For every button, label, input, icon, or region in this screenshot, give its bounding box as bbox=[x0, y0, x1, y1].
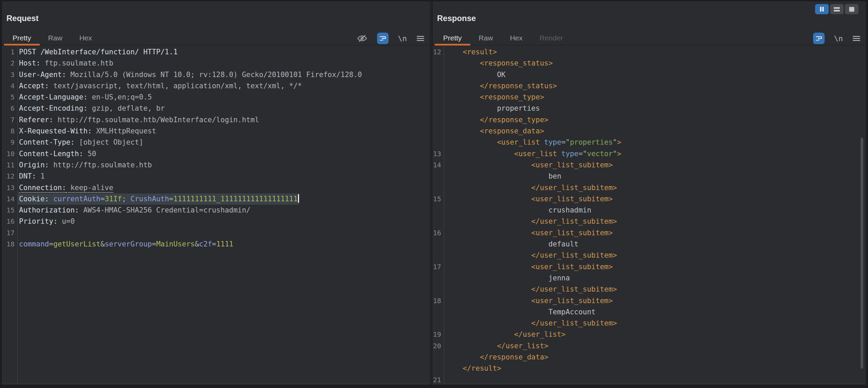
request-code-line: 5Accept-Language: en-US,en;q=0.5 bbox=[2, 92, 430, 103]
request-tab-pretty[interactable]: Pretty bbox=[4, 31, 40, 45]
response-menu-icon[interactable] bbox=[852, 35, 861, 42]
request-code-text[interactable]: Cookie: currentAuth=31If; CrushAuth=1111… bbox=[17, 193, 430, 205]
request-eye-off-icon[interactable] bbox=[357, 34, 368, 43]
response-code-line: 14 <user_list_subitem> bbox=[433, 160, 866, 171]
response-tab-hex[interactable]: Hex bbox=[501, 31, 531, 45]
line-number: 3 bbox=[2, 69, 17, 80]
line-number: 1 bbox=[2, 47, 17, 58]
request-code-text[interactable]: Referer: http://ftp.soulmate.htb/WebInte… bbox=[17, 114, 430, 126]
request-toolbar: \n bbox=[357, 31, 425, 45]
request-code-text[interactable]: Accept: text/javascript, text/html, appl… bbox=[17, 80, 430, 92]
response-code-text[interactable]: <user_list_subitem> bbox=[444, 227, 866, 239]
response-code-line: 16 <user_list_subitem> bbox=[433, 227, 866, 239]
response-newline-icon[interactable]: \n bbox=[834, 34, 843, 43]
line-number: 14 bbox=[433, 160, 444, 171]
request-tab-hex[interactable]: Hex bbox=[71, 31, 100, 45]
response-code-text[interactable]: <user_list type="vector"> bbox=[444, 148, 866, 160]
request-code-text[interactable]: Accept-Encoding: gzip, deflate, br bbox=[17, 103, 430, 114]
response-code-text[interactable]: crushadmin bbox=[444, 205, 866, 216]
response-code-text[interactable]: <response_type> bbox=[444, 92, 866, 103]
line-number: 21 bbox=[433, 374, 444, 384]
response-code-text[interactable]: <user_list_subitem> bbox=[444, 193, 866, 205]
response-code-text[interactable]: </response_data> bbox=[444, 352, 866, 363]
request-code-text[interactable]: Host: ftp.soulmate.htb bbox=[17, 58, 430, 69]
response-tab-raw[interactable]: Raw bbox=[470, 31, 501, 45]
request-code-text[interactable]: Origin: http://ftp.soulmate.htb bbox=[17, 160, 430, 171]
response-code-line: <user_list type="properties"> bbox=[433, 137, 866, 148]
line-number: 11 bbox=[2, 160, 17, 171]
layout-stacked-button[interactable] bbox=[830, 4, 844, 14]
request-code-line: 7Referer: http://ftp.soulmate.htb/WebInt… bbox=[2, 114, 430, 126]
response-code-text[interactable]: default bbox=[444, 239, 866, 250]
response-code-text[interactable]: <user_list_subitem> bbox=[444, 295, 866, 307]
response-code-text[interactable]: </user_list_subitem> bbox=[444, 250, 866, 261]
response-code-text[interactable]: ben bbox=[444, 171, 866, 182]
response-tab-pretty[interactable]: Pretty bbox=[435, 31, 470, 45]
response-code-text[interactable]: <user_list_subitem> bbox=[444, 160, 866, 171]
response-code-line: <response_type> bbox=[433, 92, 866, 103]
response-code-line: </user_list_subitem> bbox=[433, 182, 866, 193]
response-editor[interactable]: 12 <result> <response_status> OK </respo… bbox=[433, 45, 866, 384]
line-number: 18 bbox=[433, 295, 444, 307]
response-code-text[interactable]: OK bbox=[444, 69, 866, 80]
panel-divider[interactable] bbox=[431, 1, 431, 384]
request-wrap-icon[interactable] bbox=[377, 33, 389, 44]
response-code-line: crushadmin bbox=[433, 205, 866, 216]
response-tab-render: Render bbox=[531, 31, 571, 45]
request-code-text[interactable] bbox=[17, 227, 430, 239]
response-code-text[interactable]: properties bbox=[444, 103, 866, 114]
request-code-text[interactable]: X-Requested-With: XMLHttpRequest bbox=[17, 126, 430, 137]
response-code-line: 13 <user_list type="vector"> bbox=[433, 148, 866, 160]
request-code-text[interactable]: Accept-Language: en-US,en;q=0.5 bbox=[17, 92, 430, 103]
response-code-text[interactable]: <user_list_subitem> bbox=[444, 261, 866, 273]
response-code-text[interactable]: </user_list_subitem> bbox=[444, 182, 866, 193]
response-tabbar: PrettyRawHexRender bbox=[433, 31, 866, 45]
request-code-text[interactable]: User-Agent: Mozilla/5.0 (Windows NT 10.0… bbox=[17, 69, 430, 80]
response-code-text[interactable]: </result> bbox=[444, 363, 866, 374]
request-code-line: 16Priority: u=0 bbox=[2, 216, 430, 227]
request-editor[interactable]: 1POST /WebInterface/function/ HTTP/1.12H… bbox=[2, 45, 430, 384]
layout-single-button[interactable] bbox=[845, 4, 859, 14]
response-code-text[interactable]: </user_list_subitem> bbox=[444, 216, 866, 227]
request-code-text[interactable]: command=getUserList&serverGroup=MainUser… bbox=[17, 239, 430, 250]
response-code-text[interactable]: </user_list_subitem> bbox=[444, 284, 866, 295]
request-code-text[interactable]: Authorization: AWS4-HMAC-SHA256 Credenti… bbox=[17, 205, 430, 216]
line-number: 13 bbox=[433, 148, 444, 160]
response-code-line: 18 <user_list_subitem> bbox=[433, 295, 866, 307]
line-number: 4 bbox=[2, 80, 17, 92]
layout-side-by-side-button[interactable] bbox=[815, 4, 829, 14]
response-scrollbar-thumb[interactable] bbox=[861, 138, 863, 369]
request-code-text[interactable]: POST /WebInterface/function/ HTTP/1.1 bbox=[17, 47, 430, 58]
request-code-text[interactable]: Connection: keep-alive bbox=[17, 182, 430, 193]
response-code-text[interactable]: </user_list> bbox=[444, 329, 866, 340]
request-code-line: 17 bbox=[2, 227, 430, 239]
response-code-line: </user_list_subitem> bbox=[433, 250, 866, 261]
request-code-text[interactable]: Priority: u=0 bbox=[17, 216, 430, 227]
response-code-text[interactable]: </response_type> bbox=[444, 114, 866, 126]
response-code-text[interactable]: <user_list type="properties"> bbox=[444, 137, 866, 148]
request-code-line: 4Accept: text/javascript, text/html, app… bbox=[2, 80, 430, 92]
response-code-line: <response_status> bbox=[433, 58, 866, 69]
request-code-text[interactable]: Content-Type: [object Object] bbox=[17, 137, 430, 148]
request-tab-raw[interactable]: Raw bbox=[40, 31, 71, 45]
response-wrap-icon[interactable] bbox=[813, 33, 825, 44]
response-code-line: </response_status> bbox=[433, 80, 866, 92]
response-code-text[interactable]: <response_status> bbox=[444, 58, 866, 69]
response-code-text[interactable]: <result> bbox=[444, 47, 866, 58]
request-menu-icon[interactable] bbox=[416, 35, 425, 42]
response-code-text[interactable]: TempAccount bbox=[444, 307, 866, 318]
response-code-text[interactable]: jenna bbox=[444, 273, 866, 284]
response-code-text[interactable]: <response_data> bbox=[444, 126, 866, 137]
request-code-text[interactable]: Content-Length: 50 bbox=[17, 148, 430, 160]
response-code-text[interactable]: </response_status> bbox=[444, 80, 866, 92]
line-number: 19 bbox=[433, 329, 444, 340]
response-code-line: </user_list_subitem> bbox=[433, 216, 866, 227]
response-code-text[interactable]: </user_list_subitem> bbox=[444, 318, 866, 329]
line-number: 8 bbox=[2, 126, 17, 137]
response-code-text[interactable] bbox=[444, 374, 866, 384]
request-newline-icon[interactable]: \n bbox=[398, 34, 407, 43]
response-code-text[interactable]: </user_list> bbox=[444, 340, 866, 352]
request-code-text[interactable]: DNT: 1 bbox=[17, 171, 430, 182]
request-code-line: 13Connection: keep-alive bbox=[2, 182, 430, 193]
line-number: 5 bbox=[2, 92, 17, 103]
